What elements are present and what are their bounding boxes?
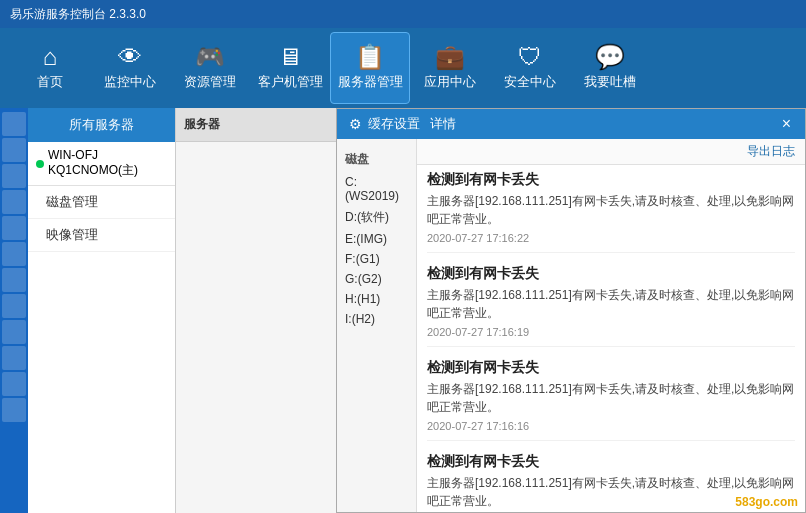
log-title: 检测到有网卡丢失: [427, 453, 795, 471]
top-nav: ⌂ 首页 👁 监控中心 🎮 资源管理 🖥 客户机管理 📋 服务器管理 💼 应用中…: [0, 28, 806, 108]
taskbar-item-10[interactable]: [2, 346, 26, 370]
taskbar-item-5[interactable]: [2, 216, 26, 240]
disk-item[interactable]: C:(WS2019): [337, 172, 416, 206]
log-entry: 检测到有网卡丢失 主服务器[192.168.111.251]有网卡丢失,请及时核…: [427, 171, 795, 253]
disk-item[interactable]: I:(H2): [337, 309, 416, 329]
security-icon: 🛡: [518, 45, 542, 69]
log-entries-container: 检测到有网卡丢失 主服务器[192.168.111.251]有网卡丢失,请及时核…: [427, 171, 795, 512]
taskbar-item-4[interactable]: [2, 190, 26, 214]
disk-section-title: 磁盘: [337, 147, 416, 172]
taskbar-item-7[interactable]: [2, 268, 26, 292]
log-time: 2020-07-27 17:16:16: [427, 420, 795, 432]
nav-label-resource: 资源管理: [184, 73, 236, 91]
taskbar: [0, 108, 28, 513]
taskbar-item-6[interactable]: [2, 242, 26, 266]
disk-panel: 磁盘 C:(WS2019)D:(软件)E:(IMG)F:(G1)G:(G2)H:…: [337, 139, 417, 512]
resource-icon: 🎮: [195, 45, 225, 69]
disk-item[interactable]: H:(H1): [337, 289, 416, 309]
log-desc: 主服务器[192.168.111.251]有网卡丢失,请及时核查、处理,以免影响…: [427, 380, 795, 416]
log-entry: 检测到有网卡丢失 主服务器[192.168.111.251]有网卡丢失,请及时核…: [427, 359, 795, 441]
nav-label-home: 首页: [37, 73, 63, 91]
disk-items-container: C:(WS2019)D:(软件)E:(IMG)F:(G1)G:(G2)H:(H1…: [337, 172, 416, 329]
title-bar: 易乐游服务控制台 2.3.3.0: [0, 0, 806, 28]
branding: 583go.com: [735, 495, 798, 509]
nav-label-client: 客户机管理: [258, 73, 323, 91]
taskbar-item-2[interactable]: [2, 138, 26, 162]
client-icon: 🖥: [278, 45, 302, 69]
log-title: 检测到有网卡丢失: [427, 265, 795, 283]
sidebar-item-image[interactable]: 映像管理: [28, 219, 175, 252]
log-desc: 主服务器[192.168.111.251]有网卡丢失,请及时核查、处理,以免影响…: [427, 192, 795, 228]
taskbar-item-3[interactable]: [2, 164, 26, 188]
server-status-dot: [36, 160, 44, 168]
server-name: WIN-OFJ KQ1CNOMO(主): [48, 148, 167, 179]
log-title: 检测到有网卡丢失: [427, 171, 795, 189]
home-icon: ⌂: [43, 45, 58, 69]
nav-label-security: 安全中心: [504, 73, 556, 91]
export-log-link[interactable]: 导出日志: [747, 143, 795, 160]
nav-item-server[interactable]: 📋 服务器管理: [330, 32, 410, 104]
taskbar-item-9[interactable]: [2, 320, 26, 344]
modal-detail-label: 详情: [430, 115, 456, 133]
nav-label-monitor: 监控中心: [104, 73, 156, 91]
disk-item[interactable]: F:(G1): [337, 249, 416, 269]
taskbar-item-12[interactable]: [2, 398, 26, 422]
log-time: 2020-07-27 17:16:22: [427, 232, 795, 244]
log-entry: 检测到有网卡丢失 主服务器[192.168.111.251]有网卡丢失,请及时核…: [427, 265, 795, 347]
main-area: 所有服务器 WIN-OFJ KQ1CNOMO(主) 磁盘管理 映像管理 服务器 …: [0, 108, 806, 513]
app-title: 易乐游服务控制台 2.3.3.0: [10, 6, 146, 23]
log-content[interactable]: 检测到有网卡丢失 主服务器[192.168.111.251]有网卡丢失,请及时核…: [417, 165, 805, 512]
sidebar-server[interactable]: WIN-OFJ KQ1CNOMO(主): [28, 142, 175, 186]
log-time: 2020-07-27 17:16:19: [427, 326, 795, 338]
nav-item-monitor[interactable]: 👁 监控中心: [90, 32, 170, 104]
modal-close-button[interactable]: ×: [780, 115, 793, 133]
disk-item[interactable]: E:(IMG): [337, 229, 416, 249]
nav-item-app[interactable]: 💼 应用中心: [410, 32, 490, 104]
modal-title-bar: ⚙ 缓存设置 详情 ×: [337, 109, 805, 139]
taskbar-item-8[interactable]: [2, 294, 26, 318]
sidebar-header: 所有服务器: [28, 108, 175, 142]
feedback-icon: 💬: [595, 45, 625, 69]
nav-item-feedback[interactable]: 💬 我要吐槽: [570, 32, 650, 104]
disk-item[interactable]: D:(软件): [337, 206, 416, 229]
nav-item-resource[interactable]: 🎮 资源管理: [170, 32, 250, 104]
disk-item[interactable]: G:(G2): [337, 269, 416, 289]
modal-title: 缓存设置: [368, 115, 420, 133]
nav-item-home[interactable]: ⌂ 首页: [10, 32, 90, 104]
taskbar-item-11[interactable]: [2, 372, 26, 396]
log-desc: 主服务器[192.168.111.251]有网卡丢失,请及时核查、处理,以免影响…: [427, 286, 795, 322]
nav-label-feedback: 我要吐槽: [584, 73, 636, 91]
nav-item-security[interactable]: 🛡 安全中心: [490, 32, 570, 104]
modal-body: 磁盘 C:(WS2019)D:(软件)E:(IMG)F:(G1)G:(G2)H:…: [337, 139, 805, 512]
nav-item-client[interactable]: 🖥 客户机管理: [250, 32, 330, 104]
sidebar: 所有服务器 WIN-OFJ KQ1CNOMO(主) 磁盘管理 映像管理: [28, 108, 176, 513]
log-title: 检测到有网卡丢失: [427, 359, 795, 377]
taskbar-item-1[interactable]: [2, 112, 26, 136]
log-panel: 导出日志 检测到有网卡丢失 主服务器[192.168.111.251]有网卡丢失…: [417, 139, 805, 512]
gear-icon: ⚙: [349, 116, 362, 132]
nav-label-app: 应用中心: [424, 73, 476, 91]
app-icon: 💼: [435, 45, 465, 69]
sidebar-item-disk[interactable]: 磁盘管理: [28, 186, 175, 219]
content-area: 服务器 磁盘(已使用) 备注 ⚙ 缓存设置 详情 × 磁盘 C:(W: [176, 108, 806, 513]
cache-detail-modal: ⚙ 缓存设置 详情 × 磁盘 C:(WS2019)D:(软件)E:(IMG)F:…: [336, 108, 806, 513]
server-icon: 📋: [355, 45, 385, 69]
log-header: 导出日志: [417, 139, 805, 165]
monitor-icon: 👁: [118, 45, 142, 69]
modal-title-text: ⚙ 缓存设置 详情: [349, 115, 456, 133]
nav-label-server: 服务器管理: [338, 73, 403, 91]
